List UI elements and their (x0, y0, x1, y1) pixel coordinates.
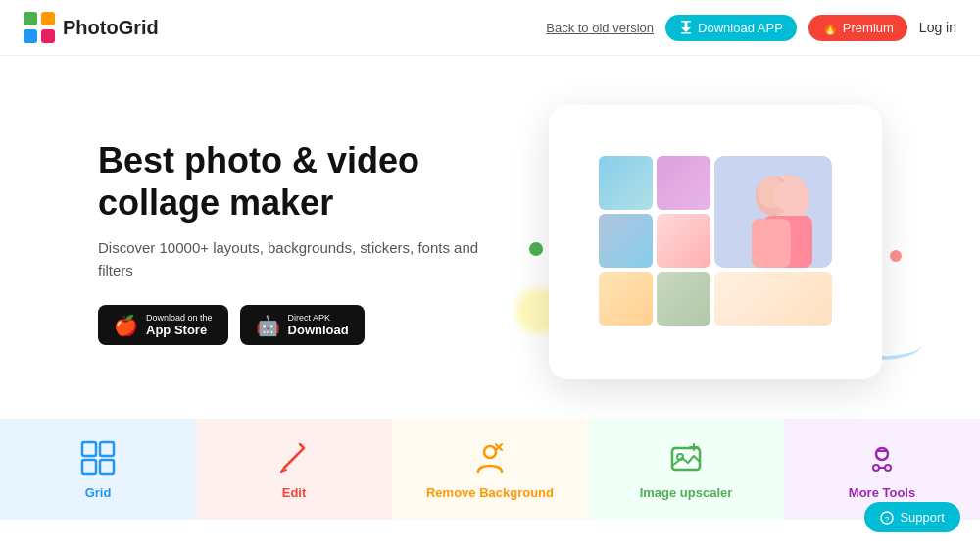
svg-rect-3 (41, 29, 55, 43)
svg-rect-2 (24, 29, 37, 43)
hero-title: Best photo & video collage maker (98, 139, 510, 224)
svg-rect-12 (752, 219, 791, 268)
svg-rect-1 (41, 12, 55, 25)
grid-cell-3 (599, 214, 653, 268)
logo-area: PhotoGrid (24, 12, 159, 43)
deco-circle-pink (890, 250, 902, 262)
svg-point-24 (484, 446, 496, 458)
remove-bg-tool-icon (470, 438, 510, 477)
logo-text: PhotoGrid (63, 17, 159, 39)
tool-card-edit[interactable]: Edit (196, 419, 392, 520)
svg-rect-18 (100, 460, 114, 474)
svg-rect-0 (24, 12, 37, 25)
photo-overlay (714, 156, 832, 268)
grid-cell-2 (657, 156, 710, 210)
premium-button[interactable]: 🔥 Premium (808, 15, 907, 41)
tool-card-grid[interactable]: Grid (0, 419, 196, 520)
apple-icon: 🍎 (114, 314, 138, 337)
svg-rect-7 (681, 32, 691, 34)
svg-marker-6 (681, 27, 691, 32)
hero-section: Best photo & video collage maker Discove… (0, 56, 980, 419)
svg-rect-16 (100, 442, 114, 456)
edit-tool-label: Edit (282, 485, 307, 500)
svg-point-14 (774, 181, 800, 211)
edit-tool-icon (274, 438, 314, 477)
svg-line-23 (289, 453, 299, 463)
svg-line-21 (300, 444, 304, 448)
direct-apk-button[interactable]: 🤖 Direct APK Download (240, 305, 365, 345)
android-icon: 🤖 (256, 314, 280, 337)
grid-tool-label: Grid (85, 485, 112, 500)
ai-section: AI-Powered Marketing Tools (0, 520, 980, 552)
support-button[interactable]: ? Support (864, 502, 960, 532)
collage-grid (589, 146, 842, 339)
hero-subtitle: Discover 10000+ layouts, backgrounds, st… (98, 237, 510, 281)
header: PhotoGrid Back to old version Download A… (0, 0, 980, 56)
deco-circle-green (529, 242, 543, 256)
grid-cell-7 (714, 272, 832, 326)
svg-text:?: ? (885, 515, 890, 524)
svg-point-31 (876, 448, 888, 460)
tools-section: Grid Edit Remove Background (0, 419, 980, 520)
hero-buttons: 🍎 Download on the App Store 🤖 Direct APK… (98, 305, 510, 345)
image-upscaler-tool-icon (666, 438, 706, 477)
grid-tool-icon (78, 438, 118, 477)
remove-bg-tool-label: Remove Background (426, 485, 554, 500)
hero-left: Best photo & video collage maker Discove… (98, 139, 510, 345)
tool-card-image-upscaler[interactable]: Image upscaler (588, 419, 784, 520)
image-upscaler-tool-label: Image upscaler (640, 485, 733, 500)
tool-card-remove-bg[interactable]: Remove Background (392, 419, 588, 520)
login-button[interactable]: Log in (919, 20, 956, 35)
grid-cell-1 (599, 156, 653, 210)
more-tools-tool-label: More Tools (849, 485, 915, 500)
grid-cell-main (714, 156, 832, 268)
back-old-version-link[interactable]: Back to old version (546, 21, 654, 35)
svg-rect-15 (82, 442, 96, 456)
app-store-button[interactable]: 🍎 Download on the App Store (98, 305, 228, 345)
grid-cell-6 (657, 272, 710, 326)
header-right: Back to old version Download APP 🔥 Premi… (546, 15, 956, 41)
grid-cell-4 (657, 214, 710, 268)
download-app-button[interactable]: Download APP (665, 15, 797, 41)
grid-cell-5 (599, 272, 653, 326)
hero-right (510, 105, 921, 379)
phone-mockup (549, 105, 882, 379)
more-tools-tool-icon (862, 438, 902, 477)
logo-icon (24, 12, 55, 43)
svg-rect-17 (82, 460, 96, 474)
